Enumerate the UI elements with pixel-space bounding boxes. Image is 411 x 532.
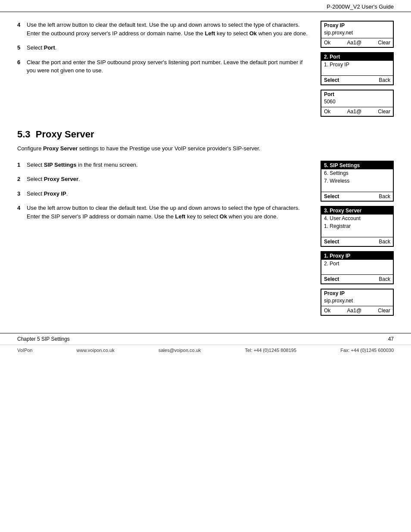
device-port-highlighted: 2. Port [321,53,393,61]
lower-step-4-content: Use the left arrow button to clear the d… [27,204,312,221]
device-proxy-server-menu: 3. Proxy Server 4. User Account 1. Regis… [321,206,394,247]
step-6: 6 Clear the port and enter the SIP outbo… [17,58,312,75]
step-5-number: 5 [17,44,25,52]
device-clear-btn[interactable]: Clear [378,40,390,46]
step-4-content: Use the left arrow button to clear the d… [27,21,312,37]
step-4-number: 4 [17,21,25,37]
device-aa1-3-label: Aa1@ [347,308,362,314]
section-53-intro: Configure Proxy Server settings to have … [17,144,394,153]
device-pip-spacer [321,268,393,273]
device-ok-btn[interactable]: Ok [324,40,330,46]
footer-voipon: VoIPon [17,348,32,353]
device-clear3-btn[interactable]: Clear [378,308,390,314]
device-ok3-btn[interactable]: Ok [324,308,330,314]
device-proxy-ip-input: Proxy IP sip.proxy.net Ok Aa1@ Clear [321,21,394,48]
lower-steps-col: 1 Select SIP Settings in the first menu … [17,161,321,227]
device-proxy-ip2-value: sip.proxy.net [321,297,393,304]
lower-step-2: 2 Select Proxy Server. [17,175,312,184]
device-port-spacer [321,68,393,74]
section-53-title: Proxy Server [36,129,94,140]
device-proxy-server-highlighted: 3. Proxy Server [321,207,393,215]
device-sip-settings-highlighted: 5. SIP Settings [321,162,393,169]
device-aa1-label: Aa1@ [347,40,362,46]
device-proxy-ip-menu: 1. Proxy IP 2. Port Select Back [321,251,394,284]
device-user-account-item: 4. User Account [321,215,393,222]
lower-step-4-number: 4 [17,204,25,221]
device-proxy-ip-value: sip.proxy.net [321,29,393,36]
lower-step-1-number: 1 [17,161,25,169]
section-53-heading: 5.3 Proxy Server [17,129,394,140]
page-header: P-2000W_V2 User's Guide [0,0,411,12]
device-registrar-item: 1. Registrar [321,222,393,230]
lower-section: 1 Select SIP Settings in the first menu … [17,161,394,316]
footer-tel: Tel: +44 (0)1245 808195 [245,348,296,353]
device-pip-select-btn[interactable]: Select [324,276,339,282]
device-port-label: Port [321,90,393,98]
lower-step-3-content: Select Proxy IP. [27,190,312,198]
device-ps-back-btn[interactable]: Back [379,239,390,245]
device-settings-item: 6. Settings [321,169,393,177]
lower-devices-col: 5. SIP Settings 6. Settings 7. Wireless … [321,161,394,316]
lower-step-1-content: Select SIP Settings in the first menu sc… [27,161,312,169]
footer-chapter: Chapter 5 SIP Settings [17,336,70,342]
footer-page: 47 [388,336,394,342]
step-4: 4 Use the left arrow button to clear the… [17,21,312,37]
footer-top: Chapter 5 SIP Settings 47 [0,333,411,345]
device-port-input: Port 5060 Ok Aa1@ Clear [321,90,394,117]
footer-website: www.voipon.co.uk [77,348,115,353]
device-pip-back-btn[interactable]: Back [379,276,390,282]
lower-step-1: 1 Select SIP Settings in the first menu … [17,161,312,169]
upper-devices-col: Proxy IP sip.proxy.net Ok Aa1@ Clear 2. … [321,21,394,117]
device-select-btn[interactable]: Select [324,77,339,83]
upper-section: 4 Use the left arrow button to clear the… [17,21,394,117]
lower-step-2-content: Select Proxy Server. [27,175,312,184]
device-proxy-ip-menu-footer: Select Back [321,274,393,283]
device-proxy-ip-item: 1. Proxy IP [321,61,393,68]
lower-step-4: 4 Use the left arrow button to clear the… [17,204,312,221]
footer-bottom: VoIPon www.voipon.co.uk sales@voipon.co.… [0,345,411,355]
device-port-menu: 2. Port 1. Proxy IP Select Back [321,52,394,85]
device-sip-settings-menu: 5. SIP Settings 6. Settings 7. Wireless … [321,161,394,202]
lower-step-2-number: 2 [17,175,25,184]
device-ps-select-btn[interactable]: Select [324,239,339,245]
section-53-number: 5.3 [17,129,31,140]
lower-step-3-number: 3 [17,190,25,198]
step-5-content: Select Port. [27,44,312,52]
device-port-menu-footer: Select Back [321,75,393,84]
page-container: P-2000W_V2 User's Guide 4 Use the left a… [0,0,411,532]
device-sip-select-btn[interactable]: Select [324,193,339,199]
footer-email: sales@voipon.co.uk [159,348,201,353]
device-port-input-footer: Ok Aa1@ Clear [321,107,393,116]
device-sip-back-btn[interactable]: Back [379,193,390,199]
device-proxy-ip-menu-highlighted: 1. Proxy IP [321,252,393,260]
device-port-item: 2. Port [321,260,393,268]
header-title: P-2000W_V2 User's Guide [327,3,394,10]
device-proxy-server-footer: Select Back [321,237,393,246]
device-port-value: 5060 [321,98,393,105]
step-6-content: Clear the port and enter the SIP outboun… [27,58,312,75]
step-6-number: 6 [17,58,25,75]
device-sip-spacer [321,185,393,190]
upper-steps-col: 4 Use the left arrow button to clear the… [17,21,321,81]
device-aa1-2-label: Aa1@ [347,109,362,115]
device-proxy-ip-input2: Proxy IP sip.proxy.net Ok Aa1@ Clear [321,289,394,316]
section-53: 5.3 Proxy Server Configure Proxy Server … [17,129,394,316]
device-proxy-ip2-footer: Ok Aa1@ Clear [321,306,393,315]
device-wireless-item: 7. Wireless [321,177,393,185]
main-content: 4 Use the left arrow button to clear the… [0,12,411,324]
step-5: 5 Select Port. [17,44,312,52]
footer-fax: Fax: +44 (0)1245 600030 [340,348,394,353]
device-proxy-server-spacer [321,230,393,235]
device-ok2-btn[interactable]: Ok [324,109,330,115]
device-sip-menu-footer: Select Back [321,192,393,201]
device-back-btn[interactable]: Back [379,77,390,83]
device-clear2-btn[interactable]: Clear [378,109,390,115]
device-proxy-ip-label: Proxy IP [321,22,393,29]
device-proxy-ip2-label: Proxy IP [321,289,393,297]
lower-step-3: 3 Select Proxy IP. [17,190,312,198]
device-proxy-ip-footer: Ok Aa1@ Clear [321,38,393,47]
